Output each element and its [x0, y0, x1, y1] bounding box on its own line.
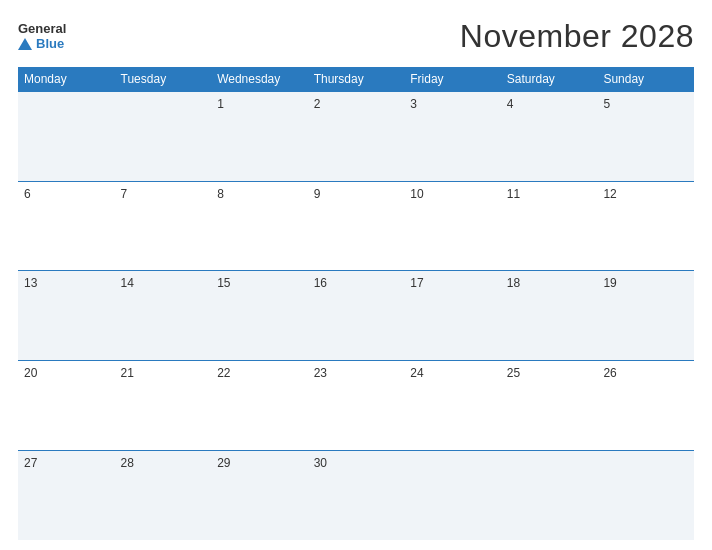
calendar-day-cell: 7: [115, 181, 212, 271]
calendar-week-row: 6789101112: [18, 181, 694, 271]
calendar-day-cell: 20: [18, 361, 115, 451]
logo-blue-row: Blue: [18, 36, 64, 51]
calendar-day-cell: 11: [501, 181, 598, 271]
day-number: 15: [217, 276, 230, 290]
calendar-day-cell: [115, 92, 212, 182]
day-number: 6: [24, 187, 31, 201]
day-number: 27: [24, 456, 37, 470]
day-number: 9: [314, 187, 321, 201]
day-number: 20: [24, 366, 37, 380]
day-number: 12: [603, 187, 616, 201]
calendar-day-cell: 15: [211, 271, 308, 361]
calendar-week-row: 27282930: [18, 450, 694, 540]
calendar-week-row: 13141516171819: [18, 271, 694, 361]
day-number: 10: [410, 187, 423, 201]
calendar-day-cell: 28: [115, 450, 212, 540]
logo-blue-text: Blue: [36, 36, 64, 51]
calendar-day-cell: 21: [115, 361, 212, 451]
calendar-day-cell: [404, 450, 501, 540]
calendar-day-cell: 17: [404, 271, 501, 361]
calendar-day-cell: [18, 92, 115, 182]
calendar-day-cell: 1: [211, 92, 308, 182]
calendar-day-cell: 27: [18, 450, 115, 540]
header-monday: Monday: [18, 67, 115, 92]
calendar-day-cell: 13: [18, 271, 115, 361]
calendar-day-cell: 12: [597, 181, 694, 271]
day-number: 3: [410, 97, 417, 111]
calendar-day-cell: 14: [115, 271, 212, 361]
header-wednesday: Wednesday: [211, 67, 308, 92]
logo-triangle-icon: [18, 38, 32, 50]
day-number: 16: [314, 276, 327, 290]
day-number: 30: [314, 456, 327, 470]
calendar-day-cell: 6: [18, 181, 115, 271]
calendar-day-cell: 4: [501, 92, 598, 182]
header-tuesday: Tuesday: [115, 67, 212, 92]
day-number: 11: [507, 187, 520, 201]
day-number: 24: [410, 366, 423, 380]
calendar-page: General Blue November 2028 Monday Tuesda…: [0, 0, 712, 550]
header: General Blue November 2028: [18, 18, 694, 55]
header-thursday: Thursday: [308, 67, 405, 92]
day-number: 23: [314, 366, 327, 380]
calendar-day-cell: 3: [404, 92, 501, 182]
calendar-day-cell: 30: [308, 450, 405, 540]
calendar-day-cell: 25: [501, 361, 598, 451]
day-number: 26: [603, 366, 616, 380]
header-sunday: Sunday: [597, 67, 694, 92]
calendar-day-cell: 29: [211, 450, 308, 540]
calendar-day-cell: [501, 450, 598, 540]
calendar-day-cell: [597, 450, 694, 540]
day-number: 1: [217, 97, 224, 111]
day-number: 19: [603, 276, 616, 290]
day-number: 18: [507, 276, 520, 290]
calendar-day-cell: 9: [308, 181, 405, 271]
calendar-day-cell: 23: [308, 361, 405, 451]
header-friday: Friday: [404, 67, 501, 92]
day-number: 22: [217, 366, 230, 380]
logo: General Blue: [18, 22, 66, 51]
day-number: 7: [121, 187, 128, 201]
calendar-title: November 2028: [460, 18, 694, 55]
calendar-day-cell: 16: [308, 271, 405, 361]
header-saturday: Saturday: [501, 67, 598, 92]
day-number: 8: [217, 187, 224, 201]
day-number: 25: [507, 366, 520, 380]
calendar-day-cell: 5: [597, 92, 694, 182]
day-number: 13: [24, 276, 37, 290]
calendar-day-cell: 10: [404, 181, 501, 271]
logo-general-text: General: [18, 22, 66, 36]
day-number: 17: [410, 276, 423, 290]
day-number: 28: [121, 456, 134, 470]
day-number: 5: [603, 97, 610, 111]
day-number: 21: [121, 366, 134, 380]
calendar-day-cell: 19: [597, 271, 694, 361]
day-number: 2: [314, 97, 321, 111]
calendar-day-cell: 22: [211, 361, 308, 451]
calendar-day-cell: 26: [597, 361, 694, 451]
day-number: 4: [507, 97, 514, 111]
calendar-table: Monday Tuesday Wednesday Thursday Friday…: [18, 67, 694, 540]
calendar-day-cell: 8: [211, 181, 308, 271]
calendar-day-cell: 2: [308, 92, 405, 182]
weekday-header-row: Monday Tuesday Wednesday Thursday Friday…: [18, 67, 694, 92]
calendar-week-row: 12345: [18, 92, 694, 182]
calendar-day-cell: 24: [404, 361, 501, 451]
day-number: 29: [217, 456, 230, 470]
day-number: 14: [121, 276, 134, 290]
calendar-week-row: 20212223242526: [18, 361, 694, 451]
calendar-body: 1234567891011121314151617181920212223242…: [18, 92, 694, 541]
calendar-day-cell: 18: [501, 271, 598, 361]
